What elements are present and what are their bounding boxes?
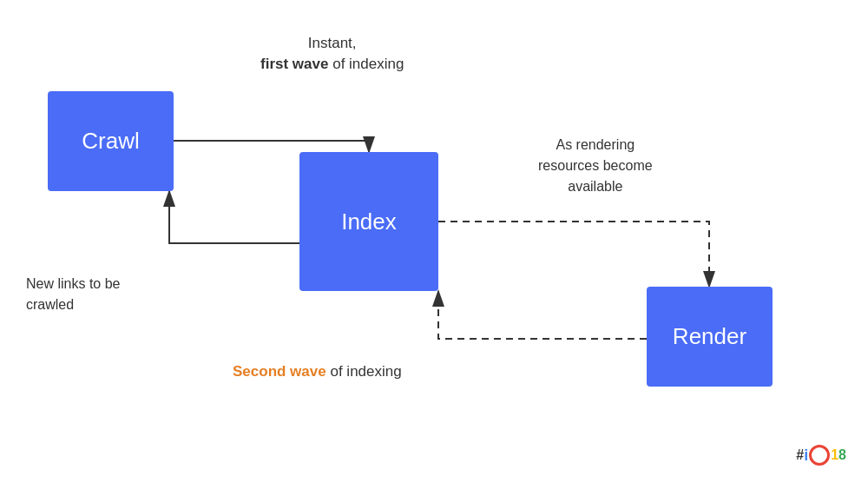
instant-line1: Instant, xyxy=(308,35,357,51)
logo-i: i xyxy=(804,447,808,465)
render-label: Render xyxy=(673,323,746,350)
google-io-logo: # i 1 8 xyxy=(796,445,846,466)
instant-line2: of indexing xyxy=(332,56,404,72)
logo-1: 1 xyxy=(831,447,838,463)
rendering-line2: resources become xyxy=(538,158,653,173)
crawl-box: Crawl xyxy=(48,91,174,191)
render-box: Render xyxy=(647,287,773,387)
rendering-line3: available xyxy=(568,179,622,194)
new-links-text: New links to becrawled xyxy=(26,276,121,312)
logo-8: 8 xyxy=(838,447,846,463)
logo-hash: # xyxy=(796,447,804,463)
diagram-container: Crawl Index Render Instant, first wave o… xyxy=(0,0,868,483)
rendering-label: As rendering resources become available xyxy=(538,135,653,197)
instant-bold: first wave xyxy=(260,56,328,72)
instant-label: Instant, first wave of indexing xyxy=(260,33,404,75)
rendering-line1: As rendering xyxy=(556,137,635,152)
index-box: Index xyxy=(299,152,438,291)
index-label: Index xyxy=(341,208,397,235)
new-links-label: New links to becrawled xyxy=(26,274,121,315)
second-wave-bold: Second wave xyxy=(233,363,326,380)
second-wave-rest: of indexing xyxy=(330,363,401,380)
crawl-label: Crawl xyxy=(82,128,139,155)
logo-o xyxy=(809,445,830,466)
second-wave-label: Second wave of indexing xyxy=(233,361,402,383)
